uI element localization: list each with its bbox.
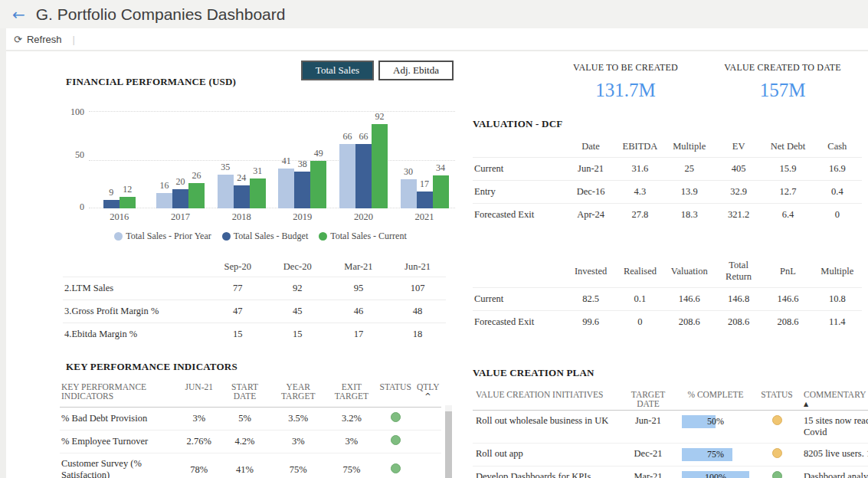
initiative-name: Roll out wholesale business in UK bbox=[473, 411, 618, 444]
column-header[interactable]: Valuation bbox=[665, 255, 714, 288]
legend-item[interactable]: Total Sales - Current bbox=[319, 231, 406, 242]
sort-caret-icon[interactable]: ^ bbox=[424, 392, 431, 401]
column-header[interactable]: TARGET DATE bbox=[618, 385, 678, 411]
valuation-dcf-title: VALUATION - DCF bbox=[473, 118, 868, 130]
cell-value: 46 bbox=[328, 300, 389, 323]
bar-group-2020: 666692 bbox=[338, 111, 388, 208]
column-header[interactable]: EBITDA bbox=[615, 136, 664, 158]
status-cell bbox=[753, 444, 801, 467]
table-row[interactable]: Current 82.5 0.1 146.6 146.8 146.6 10.8 bbox=[473, 288, 862, 311]
metric-value: 131.7M bbox=[558, 80, 693, 101]
column-header[interactable]: Cash bbox=[813, 136, 862, 158]
table-row[interactable]: Entry Dec-16 4.3 13.9 32.9 12.7 0.4 bbox=[473, 181, 862, 204]
legend-dot-icon bbox=[222, 232, 231, 241]
refresh-button[interactable]: Refresh bbox=[27, 34, 62, 45]
column-header[interactable]: START DATE bbox=[220, 378, 270, 408]
bar[interactable] bbox=[278, 169, 294, 208]
kpi-name: % Bad Debt Provision bbox=[60, 408, 178, 431]
bar[interactable] bbox=[372, 124, 388, 208]
bar[interactable] bbox=[156, 193, 172, 208]
bar-value-label: 66 bbox=[359, 131, 368, 142]
column-header[interactable]: Multiple bbox=[665, 136, 714, 158]
column-header[interactable]: VALUE CREATION INITIATIVES bbox=[473, 385, 618, 411]
column-header[interactable]: Invested bbox=[566, 255, 615, 288]
table-row[interactable]: Current Jun-21 31.6 25 405 15.9 16.9 bbox=[473, 158, 862, 181]
legend-item[interactable]: Total Sales - Prior Year bbox=[114, 231, 211, 242]
metric-toggle-group: Total Sales Adj. Ebitda bbox=[301, 61, 454, 88]
table-row[interactable]: Customer Survey (% Satisfaction) 78% 41%… bbox=[60, 453, 441, 478]
cell-value: 47 bbox=[208, 300, 267, 323]
table-row[interactable]: 2.LTM Sales 77 92 95 107 bbox=[63, 277, 446, 300]
bar[interactable] bbox=[417, 192, 433, 208]
cell-value: 4.2% bbox=[220, 431, 270, 453]
cell-value: 146.6 bbox=[763, 288, 812, 311]
column-header[interactable]: Realised bbox=[615, 255, 664, 288]
cell-value: 405 bbox=[714, 158, 763, 181]
bar[interactable] bbox=[355, 144, 372, 208]
table-row[interactable]: Forecasted Exit 99.6 0 208.6 208.6 208.6… bbox=[473, 311, 862, 334]
column-header[interactable]: EV bbox=[714, 136, 763, 158]
bar[interactable] bbox=[172, 189, 188, 208]
bar[interactable] bbox=[103, 200, 120, 208]
column-header[interactable]: EXIT TARGET bbox=[327, 378, 377, 408]
column-header[interactable]: PnL bbox=[763, 255, 812, 288]
column-header[interactable]: KEY PERFORMANCE INDICATORS bbox=[60, 378, 178, 408]
bar[interactable] bbox=[339, 144, 355, 208]
adj-ebitda-button[interactable]: Adj. Ebitda bbox=[378, 61, 454, 80]
cell-value: 75% bbox=[270, 453, 327, 478]
bar[interactable] bbox=[218, 175, 234, 208]
row-label: Forecasted Exit bbox=[473, 311, 566, 334]
column-header[interactable]: % COMPLETE bbox=[678, 385, 753, 411]
bar-column: 49 bbox=[310, 111, 326, 208]
bar-value-label: 24 bbox=[237, 172, 246, 184]
bar-group-2018: 352431 bbox=[216, 111, 267, 208]
column-header[interactable]: Jun-21 bbox=[389, 257, 446, 277]
back-arrow-icon[interactable]: ← bbox=[9, 5, 28, 24]
table-row[interactable]: Roll out wholesale business in UK Jun-21… bbox=[473, 411, 868, 444]
table-row[interactable]: % Employee Turnover 2.76% 4.2% 3% 3% bbox=[60, 431, 441, 453]
kpi-table-wrap: KEY PERFORMANCE INDICATORS JUN-21 START … bbox=[60, 378, 452, 478]
bar[interactable] bbox=[294, 172, 310, 208]
bar[interactable] bbox=[234, 185, 250, 208]
legend-dot-icon bbox=[319, 232, 327, 241]
target-date: Mar-21 bbox=[618, 467, 678, 478]
bar-column: 41 bbox=[278, 111, 294, 208]
table-row[interactable]: % Bad Debt Provision 3% 5% 3.5% 3.2% bbox=[60, 408, 441, 431]
qtly-cell bbox=[414, 453, 441, 478]
table-row[interactable]: Forecasted Exit Apr-24 27.8 18.3 321.2 6… bbox=[473, 204, 862, 227]
table-row[interactable]: Develop Dashboards for KPIs Mar-21 100% … bbox=[473, 467, 868, 478]
commentary: 15 sites now ready to wholesale but limi… bbox=[801, 411, 868, 444]
scrollbar-thumb[interactable] bbox=[445, 411, 452, 478]
column-header[interactable]: YEAR TARGET bbox=[270, 378, 327, 408]
column-header[interactable]: STATUS bbox=[753, 385, 801, 411]
column-header[interactable]: JUN-21 bbox=[178, 378, 220, 408]
scrollbar-track[interactable] bbox=[445, 405, 452, 478]
total-sales-button[interactable]: Total Sales bbox=[301, 61, 374, 80]
column-header[interactable]: Mar-21 bbox=[328, 257, 389, 277]
column-header[interactable]: Date bbox=[566, 136, 615, 158]
legend-item[interactable]: Total Sales - Budget bbox=[222, 231, 308, 242]
sort-arrow-icon[interactable]: ▲ bbox=[804, 401, 868, 408]
bar-value-label: 41 bbox=[282, 156, 291, 167]
table-row[interactable]: 4.Ebitda Margin % 15 15 17 18 bbox=[63, 323, 446, 346]
table-row[interactable]: 3.Gross Profit Margin % 47 45 46 48 bbox=[63, 300, 446, 323]
status-indicator-icon bbox=[391, 435, 401, 445]
bar[interactable] bbox=[433, 175, 449, 208]
column-header[interactable]: STATUS bbox=[376, 378, 414, 408]
bar[interactable] bbox=[250, 178, 266, 208]
x-axis: 201620172018201920202021 bbox=[89, 211, 455, 223]
column-header[interactable]: Sep-20 bbox=[208, 257, 267, 277]
column-header[interactable]: Total Return bbox=[714, 255, 763, 288]
column-header[interactable]: Dec-20 bbox=[267, 257, 328, 277]
column-header[interactable]: Multiple bbox=[813, 255, 862, 288]
bar[interactable] bbox=[188, 183, 205, 208]
progress-bar: 50% bbox=[682, 415, 749, 428]
column-header[interactable]: COMMENTARY ▲ bbox=[801, 385, 868, 411]
column-header[interactable]: Net Debt bbox=[763, 136, 812, 158]
bar[interactable] bbox=[120, 197, 136, 208]
bar[interactable] bbox=[401, 179, 417, 208]
bar[interactable] bbox=[310, 161, 326, 208]
column-header[interactable]: QTLY ^ bbox=[414, 378, 441, 408]
metric-label: VALUE TO BE CREATED bbox=[558, 62, 693, 74]
table-row[interactable]: Roll out app Dec-21 75% 8205 live users.… bbox=[473, 444, 868, 467]
